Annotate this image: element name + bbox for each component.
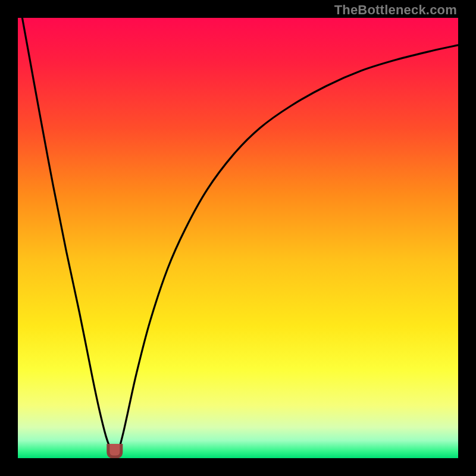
cusp-marker (108, 444, 121, 457)
bottleneck-curve (18, 18, 458, 458)
plot-area (18, 18, 458, 458)
watermark-text: TheBottleneck.com (334, 2, 457, 18)
outer-frame: TheBottleneck.com (0, 0, 476, 476)
